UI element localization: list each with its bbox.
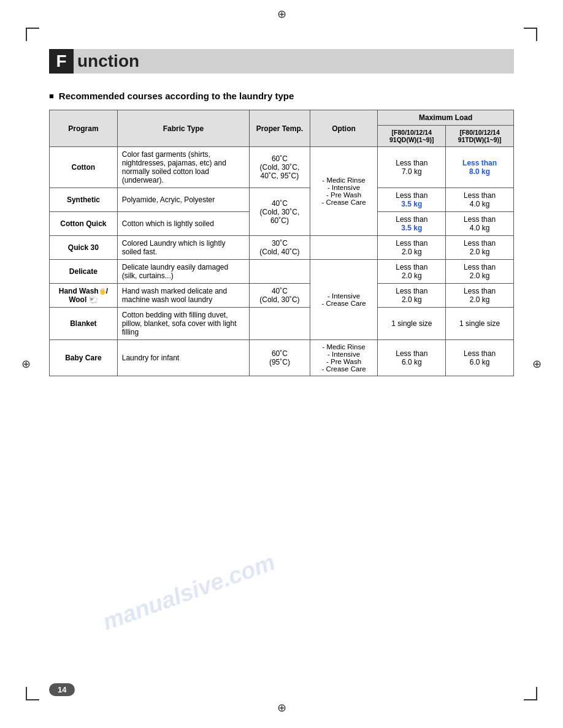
corner-br-v bbox=[536, 687, 537, 700]
fabric-cell: Polyamide, Acryic, Polyester bbox=[117, 188, 249, 212]
program-cell: Delicate bbox=[50, 260, 118, 284]
page-container: ⊕ ⊕ ⊕ ⊕ manualsive.com 14 F unction Reco… bbox=[0, 0, 563, 728]
max2-cell: Less than2.0 kg bbox=[446, 236, 514, 260]
max2-cell: Less than4.0 kg bbox=[446, 212, 514, 236]
watermark: manualsive.com bbox=[99, 549, 279, 636]
corner-br-h bbox=[524, 699, 537, 700]
fabric-cell: Delicate laundry easily damaged (silk, c… bbox=[117, 260, 249, 284]
main-content: F unction Recommended courses according … bbox=[0, 0, 563, 425]
max2-cell: Less than6.0 kg bbox=[446, 340, 514, 376]
table-row: Baby Care Laundry for infant 60˚C(95˚C) … bbox=[50, 340, 514, 376]
table-row: Blanket Cotton bedding with filling duve… bbox=[50, 308, 514, 340]
corner-bl-h bbox=[26, 699, 39, 700]
corner-tl-v bbox=[26, 28, 27, 41]
section-heading: Recommended courses according to the lau… bbox=[49, 91, 514, 101]
page-number: 14 bbox=[49, 683, 75, 696]
max1-cell: Less than2.0 kg bbox=[378, 236, 446, 260]
fabric-cell: Cotton bedding with filling duvet, pillo… bbox=[117, 308, 249, 340]
option-cell: - Intensive- Crease Care bbox=[310, 260, 378, 340]
option-cell bbox=[310, 236, 378, 260]
table-row: Delicate Delicate laundry easily damaged… bbox=[50, 260, 514, 284]
max1-cell: Less than2.0 kg bbox=[378, 284, 446, 308]
heading-text: unction bbox=[74, 49, 514, 74]
th-maxload: Maximum Load bbox=[378, 110, 514, 126]
max1-cell: 1 single size bbox=[378, 308, 446, 340]
fabric-cell: Cotton which is lightly soiled bbox=[117, 212, 249, 236]
th-fabric: Fabric Type bbox=[117, 110, 249, 147]
temp-cell: 60˚C(Cold, 30˚C,40˚C, 95˚C) bbox=[250, 147, 310, 188]
max2-cell: Less than8.0 kg bbox=[446, 147, 514, 188]
temp-cell: 40˚C(Cold, 30˚C,60˚C) bbox=[250, 188, 310, 236]
th-model2: [F80/10/12/14 91TD(W)(1~9)] bbox=[446, 126, 514, 147]
max2-cell: Less than2.0 kg bbox=[446, 260, 514, 284]
max1-cell: Less than6.0 kg bbox=[378, 340, 446, 376]
f-letter-box: F bbox=[49, 49, 74, 74]
corner-tl-h bbox=[26, 28, 39, 29]
max2-cell: Less than4.0 kg bbox=[446, 188, 514, 212]
max1-cell: Less than3.5 kg bbox=[378, 188, 446, 212]
program-cell: Hand Wash🖐/Wool 🐑 bbox=[50, 284, 118, 308]
th-model1: [F80/10/12/14 91QD(W)(1~9)] bbox=[378, 126, 446, 147]
fabric-cell: Colored Laundry which is lightly soiled … bbox=[117, 236, 249, 260]
program-cell: Blanket bbox=[50, 308, 118, 340]
program-cell: Synthetic bbox=[50, 188, 118, 212]
th-program: Program bbox=[50, 110, 118, 147]
max2-cell: Less than2.0 kg bbox=[446, 284, 514, 308]
th-temp: Proper Temp. bbox=[250, 110, 310, 147]
option-cell: - Medic Rinse- Intensive- Pre Wash- Crea… bbox=[310, 147, 378, 236]
table-row: Hand Wash🖐/Wool 🐑 Hand wash marked delic… bbox=[50, 284, 514, 308]
crosshair-right: ⊕ bbox=[532, 357, 542, 371]
fabric-cell: Color fast garments (shirts, nightdresse… bbox=[117, 147, 249, 188]
corner-tr-h bbox=[524, 28, 537, 29]
temp-cell: 30˚C(Cold, 40˚C) bbox=[250, 236, 310, 260]
max2-cell: 1 single size bbox=[446, 308, 514, 340]
laundry-table: Program Fabric Type Proper Temp. Option … bbox=[49, 110, 514, 376]
corner-tr-v bbox=[536, 28, 537, 41]
crosshair-left: ⊕ bbox=[21, 357, 31, 371]
option-cell: - Medic Rinse- Intensive- Pre Wash- Crea… bbox=[310, 340, 378, 376]
corner-bl-v bbox=[26, 687, 27, 700]
max1-cell: Less than7.0 kg bbox=[378, 147, 446, 188]
program-cell: Baby Care bbox=[50, 340, 118, 376]
th-option: Option bbox=[310, 110, 378, 147]
table-row: Synthetic Polyamide, Acryic, Polyester 4… bbox=[50, 188, 514, 212]
crosshair-top: ⊕ bbox=[277, 7, 286, 21]
temp-cell bbox=[250, 308, 310, 340]
temp-cell: 40˚C(Cold, 30˚C) bbox=[250, 284, 310, 308]
program-cell: Cotton Quick bbox=[50, 212, 118, 236]
fabric-cell: Hand wash marked delicate and machine wa… bbox=[117, 284, 249, 308]
temp-cell bbox=[250, 260, 310, 284]
table-row: Quick 30 Colored Laundry which is lightl… bbox=[50, 236, 514, 260]
program-cell: Quick 30 bbox=[50, 236, 118, 260]
fabric-cell: Laundry for infant bbox=[117, 340, 249, 376]
function-heading: F unction bbox=[49, 49, 514, 74]
temp-cell: 60˚C(95˚C) bbox=[250, 340, 310, 376]
table-row: Cotton Color fast garments (shirts, nigh… bbox=[50, 147, 514, 188]
program-cell: Cotton bbox=[50, 147, 118, 188]
crosshair-bottom: ⊕ bbox=[277, 701, 286, 715]
max1-cell: Less than2.0 kg bbox=[378, 260, 446, 284]
max1-cell: Less than3.5 kg bbox=[378, 212, 446, 236]
